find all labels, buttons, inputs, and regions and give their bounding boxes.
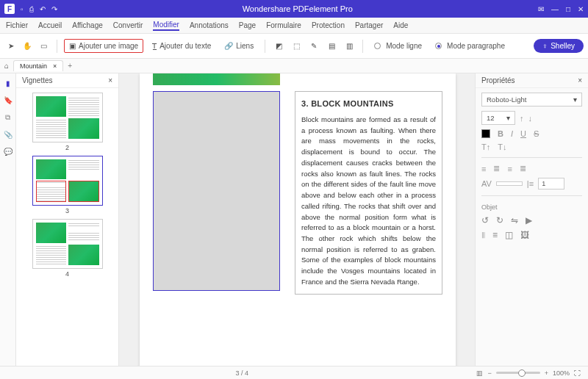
line-spacing-input[interactable]: 1 bbox=[538, 178, 564, 190]
strike-icon[interactable]: S bbox=[534, 129, 539, 138]
search-rail-icon[interactable]: ⧉ bbox=[5, 113, 10, 122]
mode-line-radio[interactable]: Mode ligne bbox=[370, 40, 426, 52]
comments-icon[interactable]: 💬 bbox=[4, 148, 12, 156]
rotate-right-icon[interactable]: ↻ bbox=[496, 215, 503, 225]
attachments-icon[interactable]: 📎 bbox=[4, 131, 12, 139]
tab-close-icon[interactable]: × bbox=[53, 62, 57, 70]
zoom-in-icon[interactable]: + bbox=[545, 369, 548, 377]
underline-icon[interactable]: U bbox=[520, 129, 526, 138]
status-bar: 3 / 4 ▥ − + 100% ⛶ bbox=[0, 366, 588, 379]
menu-convertir[interactable]: Convertir bbox=[113, 21, 143, 29]
home-icon[interactable]: ⌂ bbox=[4, 62, 9, 70]
align-center-icon[interactable]: ≣ bbox=[493, 164, 500, 173]
italic-icon[interactable]: I bbox=[511, 129, 513, 138]
zoom-out-icon[interactable]: − bbox=[487, 369, 491, 377]
links-button[interactable]: 🔗 Liens bbox=[220, 40, 258, 52]
font-family-select[interactable]: Roboto-Light ▾ bbox=[481, 93, 582, 107]
mode-para-label: Mode paragraphe bbox=[447, 42, 505, 50]
crop-icon[interactable]: ◩ bbox=[272, 40, 285, 53]
distribute-v-icon[interactable]: ≡ bbox=[492, 230, 498, 240]
decrease-size-icon[interactable]: ↓ bbox=[528, 114, 533, 123]
menu-accueil[interactable]: Accueil bbox=[38, 21, 62, 29]
properties-title: Propriétés bbox=[481, 76, 515, 84]
object-section-label: Objet bbox=[481, 203, 582, 211]
close-icon[interactable]: ✕ bbox=[578, 5, 584, 13]
mode-line-label: Mode ligne bbox=[386, 42, 422, 50]
text-block[interactable]: 3. BLOCK MOUNTAINS Block mountains are f… bbox=[295, 91, 442, 295]
save-icon[interactable]: ▫ bbox=[21, 5, 24, 13]
bookmarks-icon[interactable]: 🔖 bbox=[4, 96, 12, 104]
subscript-icon[interactable]: T↓ bbox=[498, 142, 506, 151]
print-icon[interactable]: ⎙ bbox=[29, 5, 34, 13]
main-area: ▮ 🔖 ⧉ 📎 💬 Vignettes × 2 3 4 bbox=[0, 73, 588, 366]
char-spacing-input[interactable] bbox=[496, 181, 523, 186]
view-mode-icon[interactable]: ▥ bbox=[476, 369, 483, 377]
menu-page[interactable]: Page bbox=[239, 21, 256, 29]
align-obj-icon[interactable]: ◫ bbox=[505, 230, 513, 240]
thumbnail-page-3[interactable]: 3 bbox=[32, 156, 103, 214]
page-header-image[interactable] bbox=[153, 73, 280, 85]
menu-formulaire[interactable]: Formulaire bbox=[266, 21, 301, 29]
watermark-icon[interactable]: ⬚ bbox=[290, 40, 303, 53]
distribute-h-icon[interactable]: ⫴ bbox=[481, 230, 485, 240]
thumbnail-page-2[interactable]: 2 bbox=[32, 93, 103, 151]
add-image-label: Ajouter une image bbox=[79, 42, 138, 50]
replace-image-icon[interactable]: 🖼 bbox=[520, 230, 529, 240]
flip-h-icon[interactable]: ⇋ bbox=[511, 215, 518, 225]
toolbar: ➤ ✋ ▭ ▣ Ajouter une image T̲ Ajouter du … bbox=[0, 34, 588, 59]
pointer-icon[interactable]: ➤ bbox=[4, 40, 18, 53]
footer-icon[interactable]: ▥ bbox=[343, 40, 356, 53]
pdf-page: 3. BLOCK MOUNTAINS Block mountains are f… bbox=[140, 73, 456, 366]
hand-icon[interactable]: ✋ bbox=[21, 40, 34, 53]
menu-annotations[interactable]: Annotations bbox=[190, 21, 229, 29]
image-placeholder[interactable] bbox=[153, 91, 280, 291]
minimize-icon[interactable]: — bbox=[551, 5, 559, 13]
menu-partager[interactable]: Partager bbox=[355, 21, 383, 29]
add-tab-icon[interactable]: + bbox=[68, 62, 72, 70]
align-left-icon[interactable]: ≡ bbox=[481, 165, 486, 173]
menu-protection[interactable]: Protection bbox=[312, 21, 345, 29]
maximize-icon[interactable]: □ bbox=[566, 5, 570, 13]
page-indicator[interactable]: 3 / 4 bbox=[235, 369, 248, 377]
mode-paragraph-radio[interactable]: Mode paragraphe bbox=[431, 40, 509, 52]
thumbnails-title: Vignettes bbox=[22, 76, 53, 84]
header-icon[interactable]: ▤ bbox=[325, 40, 338, 53]
edit-icon[interactable]: ✎ bbox=[307, 40, 320, 53]
superscript-icon[interactable]: T↑ bbox=[481, 142, 490, 151]
fit-page-icon[interactable]: ⛶ bbox=[574, 369, 581, 377]
undo-icon[interactable]: ↶ bbox=[40, 5, 46, 13]
thumbnail-page-4[interactable]: 4 bbox=[32, 219, 103, 278]
app-logo: F bbox=[4, 4, 15, 14]
zoom-value[interactable]: 100% bbox=[553, 369, 570, 377]
menu-aide[interactable]: Aide bbox=[393, 21, 408, 29]
select-icon[interactable]: ▭ bbox=[37, 40, 50, 53]
link-icon: 🔗 bbox=[224, 42, 233, 50]
increase-size-icon[interactable]: ↑ bbox=[520, 114, 524, 123]
user-icon: ♀ bbox=[542, 42, 548, 50]
menu-affichage[interactable]: Affichage bbox=[72, 21, 103, 29]
flip-v-icon[interactable]: ▶ bbox=[526, 215, 532, 225]
mail-icon[interactable]: ✉ bbox=[538, 5, 544, 13]
add-image-button[interactable]: ▣ Ajouter une image bbox=[64, 39, 143, 53]
add-text-button[interactable]: T̲ Ajouter du texte bbox=[148, 40, 215, 52]
bold-icon[interactable]: B bbox=[498, 129, 503, 138]
page-canvas[interactable]: 3. BLOCK MOUNTAINS Block mountains are f… bbox=[119, 73, 475, 366]
align-justify-icon[interactable]: ≣ bbox=[520, 164, 526, 173]
thumbnails-panel: Vignettes × 2 3 4 bbox=[16, 73, 119, 366]
menu-modifier[interactable]: Modifier bbox=[153, 21, 179, 31]
add-text-label: Ajouter du texte bbox=[159, 42, 211, 50]
redo-icon[interactable]: ↷ bbox=[51, 5, 57, 13]
thumbnails-close-icon[interactable]: × bbox=[108, 76, 112, 84]
properties-close-icon[interactable]: × bbox=[578, 76, 582, 84]
menu-fichier[interactable]: Fichier bbox=[6, 21, 28, 29]
color-swatch[interactable] bbox=[481, 129, 490, 138]
rotate-left-icon[interactable]: ↺ bbox=[481, 215, 489, 225]
font-size-select[interactable]: 12▾ bbox=[481, 111, 515, 125]
left-rail: ▮ 🔖 ⧉ 📎 💬 bbox=[0, 73, 16, 366]
thumbnails-icon[interactable]: ▮ bbox=[6, 79, 10, 87]
user-button[interactable]: ♀ Shelley bbox=[534, 39, 584, 53]
document-tab[interactable]: Mountain × bbox=[13, 60, 63, 71]
zoom-slider[interactable] bbox=[496, 372, 540, 374]
block-heading: 3. BLOCK MOUNTAINS bbox=[301, 98, 436, 110]
align-right-icon[interactable]: ≡ bbox=[507, 165, 512, 173]
